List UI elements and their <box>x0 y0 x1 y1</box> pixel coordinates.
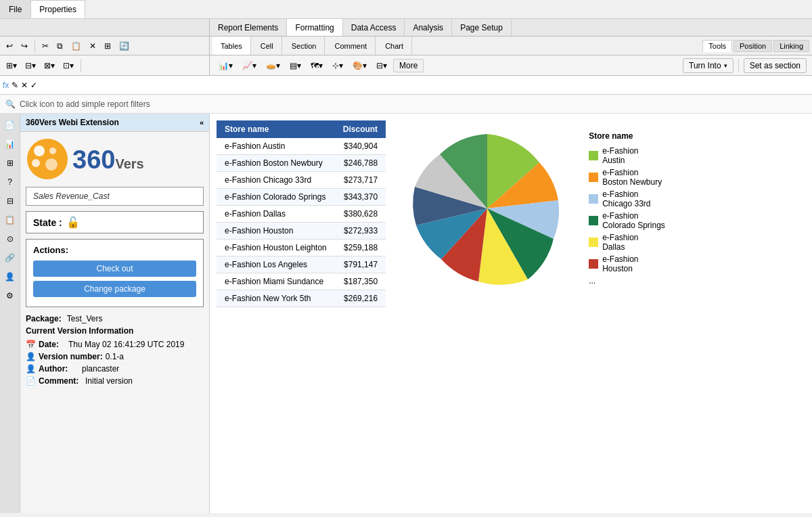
table-row: e-Fashion Austin$340,904 <box>217 138 386 155</box>
chart-axis-icon[interactable]: ⊟▾ <box>373 59 390 72</box>
legend-color-houston <box>589 259 598 269</box>
sub-tab-section[interactable]: Section <box>284 37 325 55</box>
current-version-title: Current Version Information <box>26 326 204 336</box>
sub-tab-comment[interactable]: Comment <box>326 37 376 55</box>
package-label: Package: <box>26 314 62 323</box>
toolbar-refresh[interactable]: 🔄 <box>116 39 133 53</box>
tab-formatting[interactable]: Formatting <box>287 19 342 36</box>
legend-label-houston: e-FashionHouston <box>602 254 638 273</box>
date-icon: 📅 <box>26 340 36 349</box>
toolbar-copy[interactable]: ⧉ <box>53 39 66 53</box>
cell-store: e-Fashion Chicago 33rd <box>217 172 335 189</box>
table-container: Store name Discount e-Fashion Austin$340… <box>217 120 386 307</box>
legend-color-chicago <box>589 194 598 204</box>
sep2 <box>81 59 81 72</box>
cell-discount: $791,147 <box>335 256 386 273</box>
toolbar-paste[interactable]: 📋 <box>68 39 85 53</box>
logo-svg <box>26 137 70 181</box>
checkout-button[interactable]: Check out <box>33 261 196 277</box>
legend-title: Store name <box>589 131 665 141</box>
logo-vers: Vers <box>115 156 143 171</box>
formula-input[interactable] <box>40 81 809 90</box>
cell-discount: $246,788 <box>335 155 386 172</box>
tab-page-setup[interactable]: Page Setup <box>452 19 512 36</box>
table-row: e-Fashion Dallas$380,628 <box>217 206 386 223</box>
formula-bar: fx ✎ ✕ ✓ <box>0 76 812 95</box>
cell-discount: $340,904 <box>335 138 386 155</box>
chart-line-icon[interactable]: 📈▾ <box>239 59 260 72</box>
logo-360: 360 <box>72 145 115 174</box>
table-row: e-Fashion Houston Leighton$259,188 <box>217 240 386 256</box>
comment-label: Comment: <box>39 376 83 386</box>
toolbar-icon3[interactable]: ⊠▾ <box>41 59 58 72</box>
more-button[interactable]: More <box>393 59 424 72</box>
toolbar-icon1[interactable]: ⊞▾ <box>3 59 20 72</box>
author-icon: 👤 <box>26 364 36 374</box>
icon-bar-data[interactable]: 📋 <box>1 211 19 229</box>
icon-bar-filter[interactable]: ⊟ <box>1 192 19 210</box>
toolbar-delete[interactable]: ✕ <box>86 39 99 53</box>
chart-scatter-icon[interactable]: ⊹▾ <box>329 59 346 72</box>
icon-bar-doc[interactable]: 📄 <box>1 116 19 134</box>
sub-tab-cell[interactable]: Cell <box>252 37 282 55</box>
sep3 <box>738 59 739 72</box>
chart-bar-icon[interactable]: 📊▾ <box>215 59 236 72</box>
tab-data-access[interactable]: Data Access <box>343 19 405 36</box>
col-header-discount: Discount <box>335 120 386 138</box>
legend-label-boston: e-FashionBoston Newbury <box>602 168 662 187</box>
properties-menu[interactable]: Properties <box>30 0 85 18</box>
turn-into-button[interactable]: Turn Into ▾ <box>683 58 734 73</box>
package-value: Test_Vers <box>67 314 103 323</box>
lock-icon: 🔓 <box>66 216 80 229</box>
position-tab[interactable]: Position <box>734 40 772 52</box>
toolbar-undo[interactable]: ↩ <box>3 39 16 53</box>
icon-bar-table[interactable]: ⊞ <box>1 154 19 172</box>
pie-chart <box>399 120 575 296</box>
set-as-section-button[interactable]: Set as section <box>744 58 807 73</box>
tools-tab[interactable]: Tools <box>702 40 732 52</box>
linking-tab[interactable]: Linking <box>773 40 809 52</box>
filter-bar: 🔍 Click icon to add simple report filter… <box>0 95 812 114</box>
toolbar-cut[interactable]: ✂ <box>39 39 52 53</box>
cell-store: e-Fashion Austin <box>217 138 335 155</box>
icon-bar-user[interactable]: 👤 <box>1 268 19 286</box>
chart-pie-icon[interactable]: 🥧▾ <box>263 59 284 72</box>
table-row: e-Fashion Colorado Springs$343,370 <box>217 189 386 206</box>
cell-discount: $343,370 <box>335 189 386 206</box>
main-layout: 📄 📊 ⊞ ? ⊟ 📋 ⊙ 🔗 👤 ⚙ 360Vers Webi Extensi… <box>0 114 812 513</box>
cell-store: e-Fashion Dallas <box>217 206 335 223</box>
icon-bar-settings[interactable]: ⚙ <box>1 287 19 305</box>
file-menu[interactable]: File <box>0 0 30 18</box>
icon-bar: 📄 📊 ⊞ ? ⊟ 📋 ⊙ 🔗 👤 ⚙ <box>0 114 20 513</box>
legend-more: ... <box>589 276 665 286</box>
tab-analysis[interactable]: Analysis <box>405 19 452 36</box>
legend-color-colorado <box>589 216 598 225</box>
chart-color-icon[interactable]: 🎨▾ <box>349 59 370 72</box>
icon-bar-nav[interactable]: ⊙ <box>1 230 19 248</box>
chart-more-icon[interactable]: ▤▾ <box>286 59 304 72</box>
toolbar-icon4[interactable]: ⊡▾ <box>60 59 77 72</box>
filter-icon[interactable]: fx <box>3 81 9 90</box>
sub-tab-tables[interactable]: Tables <box>212 37 251 55</box>
icon-bar-chart[interactable]: 📊 <box>1 135 19 153</box>
legend-houston: e-FashionHouston <box>589 254 665 273</box>
toolbar-icon2[interactable]: ⊟▾ <box>22 59 39 72</box>
data-table: Store name Discount e-Fashion Austin$340… <box>217 120 386 307</box>
formula-edit-icon[interactable]: ✎ <box>12 81 18 90</box>
toolbar-format[interactable]: ⊞ <box>101 39 114 53</box>
legend-label-colorado: e-FashionColorado Springs <box>602 211 665 230</box>
svg-point-4 <box>45 158 58 171</box>
cell-discount: $272,933 <box>335 223 386 240</box>
formula-cancel-icon[interactable]: ✕ <box>21 81 28 90</box>
chart-geo-icon[interactable]: 🗺▾ <box>307 59 326 72</box>
sub-tab-chart[interactable]: Chart <box>377 37 412 55</box>
formula-ok-icon[interactable]: ✓ <box>30 81 37 90</box>
toolbar-redo[interactable]: ↪ <box>18 39 31 53</box>
date-value: Thu May 02 16:41:29 UTC 2019 <box>68 340 184 349</box>
icon-bar-link[interactable]: 🔗 <box>1 249 19 267</box>
icon-bar-question[interactable]: ? <box>1 173 19 191</box>
change-package-button[interactable]: Change package <box>33 281 196 297</box>
tab-report-elements[interactable]: Report Elements <box>210 19 287 36</box>
legend-more-text: ... <box>589 276 595 286</box>
panel-collapse-btn[interactable]: « <box>200 118 204 127</box>
